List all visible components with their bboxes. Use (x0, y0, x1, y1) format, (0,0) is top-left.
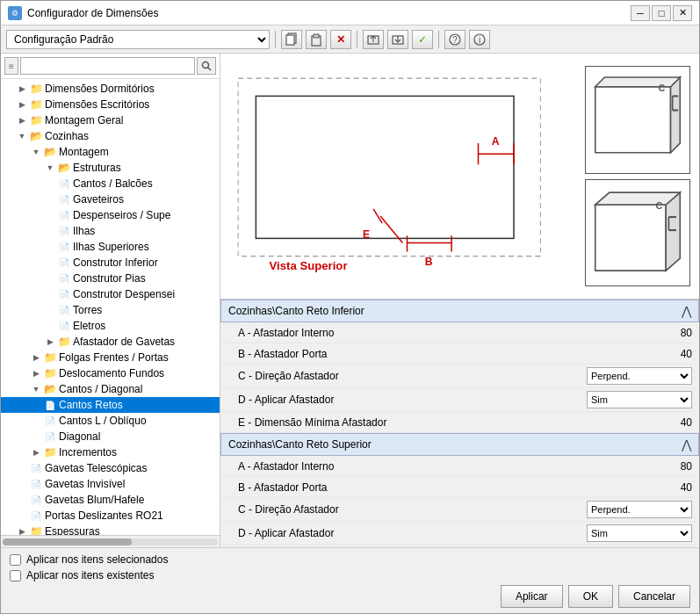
tree-label: Construtor Despensei (73, 288, 175, 300)
export-button[interactable] (363, 30, 384, 49)
tree-item-cantos-l[interactable]: 📄 Cantos L / Oblíquo (1, 413, 220, 429)
item-icon: 📄 (57, 225, 71, 237)
minimize-button[interactable]: ─ (631, 5, 650, 21)
ok-button[interactable]: OK (568, 585, 613, 608)
tree-item-cozinhas[interactable]: ▼ 📂 Cozinhas (1, 128, 220, 144)
section-header-1[interactable]: Cozinhas\Canto Reto Inferior ⋀ (220, 300, 699, 322)
tree-item-ilhas[interactable]: 📄 Ilhas (1, 223, 220, 239)
section-title-2: Cozinhas\Canto Reto Superior (228, 438, 372, 451)
tree-item-desloc-fundos[interactable]: ▶ 📁 Deslocamento Fundos (1, 365, 220, 381)
item-icon: 📄 (29, 494, 43, 506)
toggle-icon[interactable]: ▶ (15, 82, 29, 96)
tree-item-estruturas[interactable]: ▼ 📂 Estruturas (1, 160, 220, 176)
toggle-icon[interactable]: ▶ (15, 98, 29, 112)
close-button[interactable]: ✕ (673, 5, 692, 21)
tree-label: Construtor Inferior (73, 256, 158, 269)
tree-label: Dimensões Dormitórios (45, 83, 155, 95)
tree-item-dim-esc[interactable]: ▶ 📁 Dimensões Escritórios (1, 97, 220, 112)
checkbox-apply-existing[interactable] (10, 570, 21, 581)
checkbox-label-2: Aplicar nos itens existentes (26, 569, 154, 581)
toggle-icon[interactable]: ▶ (29, 366, 43, 380)
prop-select-d1[interactable]: Sim Não (587, 391, 692, 408)
search-button[interactable] (197, 57, 216, 75)
cancel-button[interactable]: Cancelar (618, 585, 690, 608)
toggle-icon[interactable]: ▶ (29, 350, 43, 365)
checkbox-apply-selected[interactable] (10, 554, 21, 566)
item-icon: 📄 (29, 509, 43, 522)
tree-item-gavetas-invis[interactable]: 📄 Gavetas Invisível (1, 476, 220, 492)
tree-item-montagem[interactable]: ▼ 📂 Montagem (1, 144, 220, 160)
tree: ▶ 📁 Dimensões Dormitórios ▶ 📁 Dimensões … (1, 79, 220, 535)
info-button[interactable]: i (469, 30, 490, 49)
toggle-icon[interactable]: ▶ (29, 445, 43, 459)
tree-item-espessuras[interactable]: ▶ 📁 Espessuras (1, 524, 220, 535)
tree-scrollbar-h[interactable] (1, 535, 220, 547)
settings-button[interactable]: ✓ (412, 30, 433, 49)
tree-item-ilhas-sup[interactable]: 📄 Ilhas Superiores (1, 239, 220, 255)
maximize-button[interactable]: □ (652, 5, 671, 21)
tree-item-torres[interactable]: 📄 Torres (1, 302, 220, 318)
tree-label: Espessuras (45, 525, 100, 535)
tree-item-folgas[interactable]: ▶ 📁 Folgas Frentes / Portas (1, 350, 220, 365)
tree-item-incrementos[interactable]: ▶ 📁 Incrementos (1, 444, 220, 460)
import-button[interactable] (387, 30, 408, 49)
tree-item-eletros[interactable]: 📄 Eletros (1, 318, 220, 334)
copy-button[interactable] (281, 30, 302, 49)
toggle-icon[interactable]: ▶ (15, 113, 29, 127)
search-input[interactable] (20, 57, 195, 75)
tree-item-cantos-retos[interactable]: 📄 Cantos Retos (1, 397, 220, 413)
props-area: Cozinhas\Canto Reto Inferior ⋀ A - Afast… (220, 300, 699, 547)
paste-button[interactable] (306, 30, 327, 49)
toggle-icon[interactable]: ▶ (15, 524, 29, 535)
filter-button[interactable]: ≡ (4, 57, 18, 75)
section-collapse-1[interactable]: ⋀ (682, 304, 691, 318)
folder-icon: 📂 (57, 162, 71, 174)
tree-item-construtor-pias[interactable]: 📄 Construtor Pias (1, 271, 220, 286)
prop-select-d2[interactable]: Sim Não (587, 524, 692, 542)
delete-button[interactable]: ✕ (330, 30, 351, 49)
prop-label: D - Aplicar Afastador (238, 527, 587, 539)
tree-item-portas-desl[interactable]: 📄 Portas Deslizantes RO21 (1, 508, 220, 524)
prop-select-c2[interactable]: Perpend. Paralelo (587, 501, 692, 518)
tree-item-cantos-balcoes[interactable]: 📄 Cantos / Balcões (1, 176, 220, 191)
tree-item-dim-dom[interactable]: ▶ 📁 Dimensões Dormitórios (1, 81, 220, 97)
section-header-2[interactable]: Cozinhas\Canto Reto Superior ⋀ (220, 433, 699, 456)
tree-item-construtor-inf[interactable]: 📄 Construtor Inferior (1, 255, 220, 271)
checkbox-label-1: Aplicar nos itens selecionados (26, 553, 168, 566)
svg-text:Vista Superior: Vista Superior (270, 259, 348, 272)
diagram-3d-bottom: C (585, 179, 690, 287)
svg-line-13 (208, 68, 212, 71)
main-content: ≡ ▶ 📁 Dimensões Dormitórios ▶ 📁 (1, 54, 699, 547)
tree-label: Cantos Retos (59, 399, 123, 411)
prop-select-c1[interactable]: Perpend. Paralelo (587, 367, 692, 385)
section-collapse-2[interactable]: ⋀ (682, 437, 691, 451)
left-panel: ≡ ▶ 📁 Dimensões Dormitórios ▶ 📁 (1, 54, 220, 547)
folder-icon: 📁 (43, 446, 57, 459)
window-icon: ⚙ (8, 6, 22, 20)
help-button[interactable]: ? (444, 30, 465, 49)
apply-button[interactable]: Aplicar (501, 585, 563, 608)
folder-icon: 📁 (43, 351, 57, 364)
item-icon: 📄 (57, 272, 71, 285)
tree-item-construtor-desp[interactable]: 📄 Construtor Despensei (1, 286, 220, 302)
tree-item-gaveteiros[interactable]: 📄 Gaveteiros (1, 191, 220, 207)
toggle-icon[interactable]: ▼ (43, 161, 57, 175)
tree-item-cantos-diagonal[interactable]: ▼ 📂 Cantos / Diagonal (1, 381, 220, 397)
tree-item-mont-geral[interactable]: ▶ 📁 Montagem Geral (1, 112, 220, 128)
tree-label: Cozinhas (45, 130, 89, 142)
prop-label: D - Aplicar Afastador (238, 394, 587, 406)
tree-item-afastador-gav[interactable]: ▶ 📁 Afastador de Gavetas (1, 334, 220, 350)
toggle-icon[interactable]: ▼ (15, 129, 29, 143)
tree-item-gavetas-telesc[interactable]: 📄 Gavetas Telescópicas (1, 460, 220, 476)
toggle-icon[interactable]: ▼ (29, 382, 43, 396)
toggle-icon[interactable]: ▼ (29, 145, 43, 159)
tree-item-gavetas-blum[interactable]: 📄 Gavetas Blum/Hafele (1, 492, 220, 508)
tree-item-diagonal[interactable]: 📄 Diagonal (1, 429, 220, 444)
tree-item-despenseiros[interactable]: 📄 Despenseiros / Supe (1, 207, 220, 223)
tree-label: Dimensões Escritórios (45, 98, 149, 111)
tree-label: Gavetas Blum/Hafele (45, 494, 144, 506)
tree-label: Torres (73, 304, 102, 316)
config-dropdown[interactable]: Configuração Padrão (6, 30, 270, 49)
prop-label: C - Direção Afastador (238, 370, 587, 382)
toggle-icon[interactable]: ▶ (43, 335, 57, 349)
